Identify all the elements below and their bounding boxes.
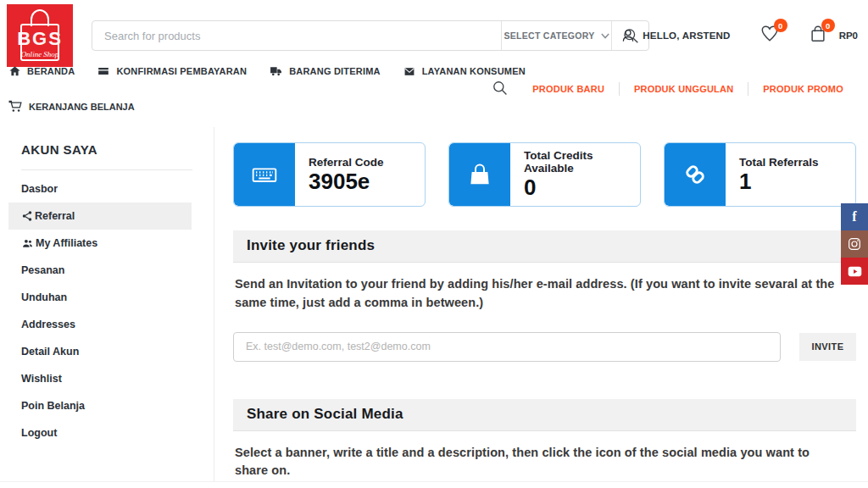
keyboard-icon: [251, 161, 278, 188]
link-produk-promo[interactable]: PRODUK PROMO: [748, 84, 858, 94]
youtube-icon: [848, 266, 862, 277]
stat-title: Total Referrals: [739, 156, 819, 169]
stat-card-total-credits: Total Credits Available 0: [448, 142, 641, 207]
nav-label: BARANG DITERIMA: [289, 66, 381, 76]
users-icon: [21, 238, 34, 249]
sidebar-item-label: Logout: [21, 427, 57, 439]
category-select[interactable]: SELECT CATEGORY: [501, 21, 611, 50]
link-produk-baru[interactable]: PRODUK BARU: [518, 84, 619, 94]
referral-main-content: Referral Code 3905e Total Credits Availa…: [233, 127, 856, 480]
stat-value: 1: [739, 169, 819, 194]
referral-stats-row: Referral Code 3905e Total Credits Availa…: [233, 142, 856, 207]
stat-text: Total Credits Available 0: [510, 143, 640, 206]
nav-label: BERANDA: [27, 66, 75, 76]
sidebar-item-label: Unduhan: [21, 291, 67, 303]
sidebar-item-logout[interactable]: Logout: [0, 419, 214, 446]
nav-label: LAYANAN KONSUMEN: [422, 66, 526, 76]
stat-value: 3905e: [309, 169, 384, 194]
invite-email-input[interactable]: [233, 332, 781, 362]
home-icon: [8, 65, 21, 77]
facebook-icon: f: [852, 209, 856, 225]
invite-section-description: Send an Invitation to your friend by add…: [235, 275, 845, 313]
sidebar-item-my-affiliates[interactable]: My Affiliates: [0, 230, 214, 257]
cart-total: RP0: [839, 30, 858, 41]
logo-brand-text: BGS: [7, 28, 73, 50]
sidebar-item-addresses[interactable]: Addresses: [0, 311, 214, 338]
secondary-search-button[interactable]: [492, 80, 508, 99]
nav-item-layanan-konsumen[interactable]: LAYANAN KONSUMEN: [403, 65, 526, 77]
facebook-share-button[interactable]: f: [841, 203, 868, 230]
instagram-share-button[interactable]: [841, 230, 868, 258]
divider: [21, 169, 192, 170]
account-greeting[interactable]: HELLO, ARSTEND: [620, 28, 730, 43]
stat-card-total-referrals: Total Referrals 1: [664, 142, 856, 207]
stat-icon-block: [665, 143, 726, 206]
stat-value: 0: [524, 175, 640, 200]
stat-card-referral-code: Referral Code 3905e: [233, 142, 426, 207]
account-area: HELLO, ARSTEND 0 0 RP0: [620, 20, 858, 51]
category-select-label: SELECT CATEGORY: [504, 30, 594, 41]
nav-item-konfirmasi-pembayaran[interactable]: KONFIRMASI PEMBAYARAN: [97, 65, 247, 77]
nav-label: KONFIRMASI PEMBAYARAN: [116, 66, 247, 76]
product-links-nav: PRODUK BARU PRODUK UNGGULAN PRODUK PROMO: [492, 78, 858, 100]
page: BGS Online Shop SELECT CATEGORY HELLO, A…: [0, 0, 868, 488]
logo-tagline-text: Online Shop: [7, 50, 73, 58]
sidebar-item-label: Dasbor: [21, 183, 58, 195]
stat-text: Referral Code 3905e: [295, 143, 384, 206]
stat-text: Total Referrals 1: [726, 143, 819, 206]
cart-button[interactable]: 0: [809, 25, 827, 47]
store-logo[interactable]: BGS Online Shop: [7, 4, 73, 67]
sidebar-item-label: Poin Belanja: [21, 400, 85, 412]
sidebar-item-detail-akun[interactable]: Detail Akun: [0, 338, 214, 365]
shopping-bag-icon: [467, 162, 492, 187]
sidebar-item-label: Referral: [35, 210, 75, 222]
wishlist-button[interactable]: 0: [760, 25, 780, 47]
nav-label: KERANJANG BELANJA: [29, 102, 135, 112]
account-sidebar: AKUN SAYA Dasbor Referral My Affiliates …: [0, 127, 214, 481]
chevron-down-icon: [601, 33, 609, 39]
search-icon: [492, 80, 508, 96]
sidebar-item-dasbor[interactable]: Dasbor: [0, 175, 214, 202]
social-share-rail: f: [841, 203, 868, 285]
youtube-share-button[interactable]: [841, 258, 868, 285]
sidebar-item-poin-belanja[interactable]: Poin Belanja: [0, 392, 214, 419]
footer-divider: [0, 481, 868, 482]
sidebar-item-label: Addresses: [21, 319, 75, 330]
share-icon: [21, 210, 33, 222]
share-section-heading: Share on Social Media: [233, 399, 856, 431]
stat-icon-block: [449, 143, 510, 206]
nav-item-keranjang-belanja[interactable]: KERANJANG BELANJA: [8, 100, 135, 113]
nav-item-beranda[interactable]: BERANDA: [8, 65, 75, 77]
sidebar-title: AKUN SAYA: [21, 142, 214, 157]
stat-icon-block: [234, 143, 295, 206]
cart-icon: [8, 100, 22, 113]
greeting-text: HELLO, ARSTEND: [643, 30, 730, 41]
sidebar-item-label: My Affiliates: [36, 237, 97, 249]
sidebar-item-label: Pesanan: [21, 264, 64, 276]
instagram-icon: [848, 237, 861, 251]
search-input[interactable]: [92, 21, 501, 50]
link-icon: [682, 162, 708, 187]
sidebar-item-label: Wishlist: [21, 373, 62, 385]
sidebar-item-referral[interactable]: Referral: [8, 202, 192, 230]
stat-title: Referral Code: [309, 156, 384, 169]
person-icon: [620, 28, 636, 43]
invite-form: INVITE: [233, 332, 856, 362]
envelope-icon: [403, 66, 416, 77]
credit-card-icon: [97, 65, 110, 77]
sidebar-item-wishlist[interactable]: Wishlist: [0, 365, 214, 392]
cart-count-badge: 0: [821, 19, 835, 32]
invite-button[interactable]: INVITE: [799, 333, 856, 361]
nav-item-barang-diterima[interactable]: BARANG DITERIMA: [269, 65, 381, 77]
sidebar-item-unduhan[interactable]: Unduhan: [0, 284, 214, 311]
invite-section-heading: Invite your friends: [233, 230, 856, 263]
sidebar-item-label: Detail Akun: [21, 346, 79, 358]
sidebar-item-pesanan[interactable]: Pesanan: [0, 257, 214, 284]
stat-title: Total Credits Available: [524, 149, 640, 175]
wishlist-count-badge: 0: [774, 19, 787, 32]
link-produk-unggulan[interactable]: PRODUK UNGGULAN: [620, 84, 748, 94]
truck-icon: [269, 65, 283, 77]
share-section-description: Select a banner, write a title and a des…: [235, 444, 845, 481]
product-search-bar: SELECT CATEGORY: [92, 20, 649, 51]
main-nav: BERANDA KONFIRMASI PEMBAYARAN BARANG DIT…: [8, 65, 526, 77]
